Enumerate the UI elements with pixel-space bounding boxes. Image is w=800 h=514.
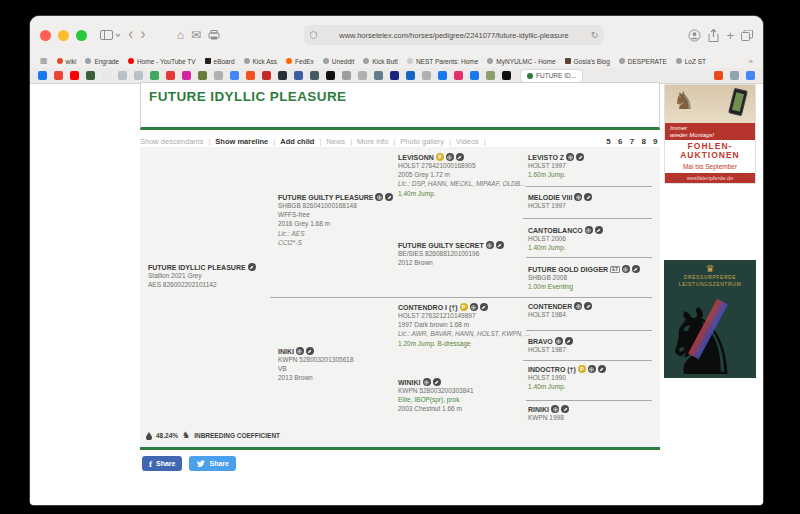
back-button[interactable]: ‹ — [128, 26, 133, 42]
menu-news[interactable]: News — [326, 137, 345, 146]
horse-name-link[interactable]: FUTURE GUILTY PLEASURE — [278, 194, 373, 201]
pencil-icon[interactable] — [565, 337, 573, 345]
menu-show-mareline[interactable]: Show mareline — [215, 137, 268, 146]
new-tab-button[interactable]: + — [726, 29, 734, 42]
tab-favicon[interactable] — [454, 71, 463, 80]
tab-favicon[interactable] — [230, 71, 239, 80]
url-field[interactable]: www.horsetelex.com/horses/pedigree/22410… — [304, 25, 604, 45]
tab-favicon[interactable] — [118, 71, 127, 80]
tab-favicon[interactable] — [182, 71, 191, 80]
horse-name-link[interactable]: FUTURE GOLD DIGGER — [528, 266, 608, 273]
menu-videos[interactable]: Videos — [456, 137, 479, 146]
generation-pagination[interactable]: 5 6 7 8 9 — [606, 137, 660, 146]
close-window-button[interactable] — [40, 30, 51, 41]
globe-icon[interactable] — [588, 365, 596, 373]
bookmark-item[interactable]: Home - YouTube TV — [128, 58, 196, 65]
tab-favicon[interactable] — [54, 71, 63, 80]
tab-favicon[interactable] — [246, 71, 255, 80]
globe-icon[interactable] — [375, 193, 383, 201]
bookmark-item[interactable]: NEST Parents: Home — [407, 58, 478, 65]
facebook-share-button[interactable]: f Share — [142, 456, 182, 471]
bookmark-item[interactable]: Kick Butt — [363, 58, 398, 65]
tab-favicon[interactable] — [486, 71, 495, 80]
globe-icon[interactable] — [296, 347, 304, 355]
tab-favicon[interactable] — [502, 71, 511, 80]
pencil-icon[interactable] — [576, 153, 584, 161]
horse-name-link[interactable]: RINIKI — [528, 406, 549, 413]
pencil-icon[interactable] — [595, 226, 603, 234]
zoom-window-button[interactable] — [76, 30, 87, 41]
print-button[interactable] — [208, 30, 220, 40]
tab-favicon[interactable] — [730, 71, 739, 80]
tab-favicon[interactable] — [358, 71, 367, 80]
pencil-icon[interactable] — [385, 193, 393, 201]
mail-button[interactable]: ✉ — [191, 29, 201, 41]
bookmark-item[interactable]: LoZ ST — [676, 58, 706, 65]
ad-foal-auctions[interactable]: ♞ Immer wieder Montags! FOHLEN- AUKTIONE… — [664, 84, 756, 184]
horse-name-link[interactable]: LEVISONN — [398, 154, 434, 161]
bookmarks-grid-icon[interactable]: ▦ — [40, 57, 48, 65]
menu-more-info[interactable]: More info — [357, 137, 388, 146]
horse-name-link[interactable]: LEVISTO Z — [528, 154, 564, 161]
tab-favicon[interactable] — [38, 71, 47, 80]
horse-name-link[interactable]: CONTENDER — [528, 303, 572, 310]
menu-photo-gallery[interactable]: Photo gallery — [400, 137, 444, 146]
tab-favicon[interactable] — [470, 71, 479, 80]
globe-icon[interactable] — [622, 265, 630, 273]
forward-button[interactable]: › — [140, 26, 145, 42]
horse-name-link[interactable]: WINIKI — [398, 379, 421, 386]
pencil-icon[interactable] — [480, 303, 488, 311]
minimize-window-button[interactable] — [58, 30, 69, 41]
tab-favicon[interactable] — [342, 71, 351, 80]
home-button[interactable]: ⌂ — [177, 29, 184, 41]
tab-favicon[interactable] — [406, 71, 415, 80]
profile-button[interactable] — [688, 29, 701, 42]
bookmarks-overflow-button[interactable]: » — [749, 57, 753, 66]
globe-icon[interactable] — [555, 337, 563, 345]
tab-favicon[interactable] — [422, 71, 431, 80]
menu-add-child[interactable]: Add child — [280, 137, 314, 146]
globe-icon[interactable] — [486, 241, 494, 249]
horse-name-link[interactable]: INIKI — [278, 348, 294, 355]
tab-favicon[interactable] — [714, 71, 723, 80]
ad-dressage-center[interactable]: ♛ DRESSURPFERDE LEISTUNGSZENTRUM ♞ — [664, 260, 756, 378]
tab-favicon[interactable] — [214, 71, 223, 80]
tab-favicon[interactable] — [262, 71, 271, 80]
horse-name-link[interactable]: INDOCTRO (†) — [528, 366, 576, 373]
reload-icon[interactable]: ↻ — [591, 31, 599, 40]
bookmark-item[interactable]: Engrade — [85, 58, 119, 65]
bookmark-item[interactable]: FedEx — [286, 58, 314, 65]
tab-favicon[interactable] — [310, 71, 319, 80]
bookmark-item[interactable]: Gosia's Blog — [565, 58, 610, 65]
tab-favicon[interactable] — [134, 71, 143, 80]
pencil-icon[interactable] — [456, 153, 464, 161]
globe-icon[interactable] — [574, 193, 582, 201]
pencil-icon[interactable] — [632, 265, 640, 273]
pencil-icon[interactable] — [248, 263, 256, 271]
horse-name-link[interactable]: CANTOBLANCO — [528, 227, 583, 234]
tab-favicon[interactable] — [70, 71, 79, 80]
horse-name-link[interactable]: FUTURE IDYLLIC PLEASURE — [148, 264, 246, 271]
tab-favicon[interactable] — [746, 71, 755, 80]
share-button[interactable] — [708, 29, 719, 42]
pencil-icon[interactable] — [306, 347, 314, 355]
bookmark-item[interactable]: wiki — [57, 58, 77, 65]
bookmark-item[interactable]: MyNYULMC - Home — [487, 58, 555, 65]
globe-icon[interactable] — [423, 378, 431, 386]
horse-name-link[interactable]: BRAVO — [528, 338, 553, 345]
pencil-icon[interactable] — [584, 193, 592, 201]
pencil-icon[interactable] — [433, 378, 441, 386]
menu-show-descendants[interactable]: Show descendants — [140, 137, 203, 146]
bookmark-item[interactable]: DESPERATE — [619, 58, 667, 65]
globe-icon[interactable] — [470, 303, 478, 311]
twitter-share-button[interactable]: Share — [189, 456, 235, 471]
globe-icon[interactable] — [566, 153, 574, 161]
tab-favicon[interactable] — [102, 71, 111, 80]
horse-name-link[interactable]: CONTENDRO I (†) — [398, 304, 458, 311]
bookmark-item[interactable]: Uneddit — [323, 58, 354, 65]
horse-name-link[interactable]: MELODIE VIII — [528, 194, 572, 201]
tab-favicon[interactable] — [150, 71, 159, 80]
globe-icon[interactable] — [446, 153, 454, 161]
active-tab[interactable]: FUTURE ID... — [521, 70, 582, 82]
tab-favicon[interactable] — [86, 71, 95, 80]
